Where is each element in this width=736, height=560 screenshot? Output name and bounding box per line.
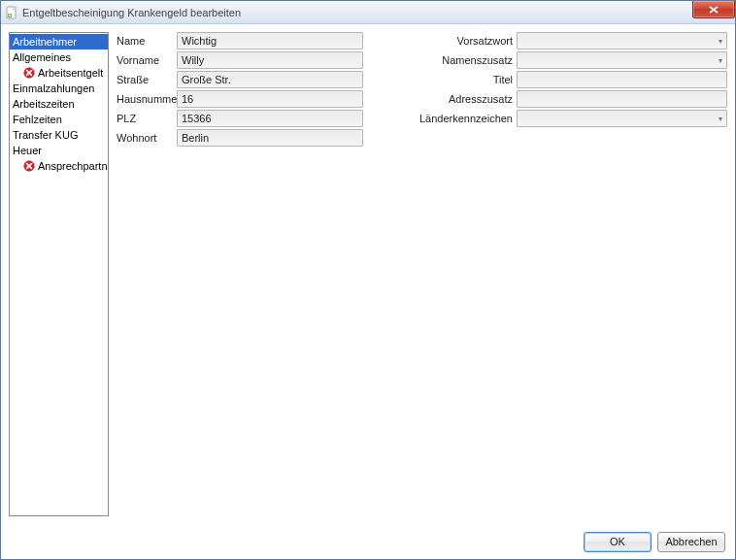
close-icon xyxy=(709,6,719,14)
sidebar-item-label: Arbeitszeiten xyxy=(13,97,75,111)
form-left-column: Name Wichtig Vorname Willy Straße Große … xyxy=(117,32,363,516)
label-titel: Titel xyxy=(390,74,517,85)
error-icon xyxy=(23,160,35,172)
input-wohnort[interactable]: Berlin xyxy=(177,129,363,147)
form-right-column: Vorsatzwort ▾ Namenszusatz ▾ Titel Adres… xyxy=(390,32,727,516)
sidebar-item-7[interactable]: Heuer xyxy=(10,143,108,158)
input-hausnummer[interactable]: 16 xyxy=(177,90,363,108)
row-adresszusatz: Adresszusatz xyxy=(390,90,727,108)
sidebar-item-label: Arbeitsentgelt xyxy=(38,66,103,80)
sidebar-item-4[interactable]: Arbeitszeiten xyxy=(10,96,108,112)
sidebar-item-5[interactable]: Fehlzeiten xyxy=(10,112,108,127)
error-icon xyxy=(23,67,35,79)
label-namenszusatz: Namenszusatz xyxy=(390,54,517,66)
sidebar-item-2[interactable]: Arbeitsentgelt xyxy=(10,65,108,81)
titlebar: Entgeltbescheinigung Krankengeld bearbei… xyxy=(1,1,735,24)
input-adresszusatz[interactable] xyxy=(517,90,727,108)
row-laenderkennzeichen: Länderkennzeichen ▾ xyxy=(390,110,727,127)
combo-laenderkennzeichen[interactable]: ▾ xyxy=(517,110,727,127)
sidebar-item-label: Heuer xyxy=(13,144,42,157)
sidebar-item-1[interactable]: Allgemeines xyxy=(10,49,108,65)
sidebar-item-6[interactable]: Transfer KUG xyxy=(10,127,108,143)
row-vorname: Vorname Willy xyxy=(117,51,363,69)
ok-button[interactable]: OK xyxy=(584,532,652,552)
row-name: Name Wichtig xyxy=(117,32,363,49)
sidebar-item-label: Transfer KUG xyxy=(13,128,78,142)
label-vorname: Vorname xyxy=(117,54,177,66)
row-plz: PLZ 15366 xyxy=(117,110,363,127)
combo-vorsatzwort[interactable]: ▾ xyxy=(517,32,727,49)
chevron-down-icon: ▾ xyxy=(717,56,724,65)
sidebar-item-label: Fehlzeiten xyxy=(13,113,62,126)
row-titel: Titel xyxy=(390,71,727,88)
row-hausnummer: Hausnummer 16 xyxy=(117,90,363,108)
sidebar: ArbeitnehmerAllgemeinesArbeitsentgeltEin… xyxy=(9,32,109,516)
sidebar-item-label: Ansprechpartner xyxy=(38,159,109,173)
footer: OK Abbrechen xyxy=(1,524,735,559)
input-plz[interactable]: 15366 xyxy=(177,110,363,127)
input-vorname[interactable]: Willy xyxy=(177,51,363,69)
sidebar-item-label: Arbeitnehmer xyxy=(13,35,77,49)
label-hausnummer: Hausnummer xyxy=(117,93,177,105)
label-adresszusatz: Adresszusatz xyxy=(390,93,517,105)
sidebar-item-8[interactable]: Ansprechpartner xyxy=(10,158,108,174)
sidebar-item-0[interactable]: Arbeitnehmer xyxy=(10,34,108,49)
app-icon xyxy=(5,6,18,19)
row-namenszusatz: Namenszusatz ▾ xyxy=(390,51,727,69)
input-titel[interactable] xyxy=(517,71,727,88)
cancel-button[interactable]: Abbrechen xyxy=(657,532,725,552)
row-strasse: Straße Große Str. xyxy=(117,71,363,88)
main-form: Name Wichtig Vorname Willy Straße Große … xyxy=(117,32,727,516)
combo-namenszusatz[interactable]: ▾ xyxy=(517,51,727,69)
row-wohnort: Wohnort Berlin xyxy=(117,129,363,147)
close-button[interactable] xyxy=(692,1,735,18)
input-strasse[interactable]: Große Str. xyxy=(177,71,363,88)
label-name: Name xyxy=(117,35,177,47)
window-title: Entgeltbescheinigung Krankengeld bearbei… xyxy=(22,7,241,18)
label-plz: PLZ xyxy=(117,113,177,124)
row-vorsatzwort: Vorsatzwort ▾ xyxy=(390,32,727,49)
label-wohnort: Wohnort xyxy=(117,132,177,144)
sidebar-item-label: Allgemeines xyxy=(13,50,71,64)
sidebar-item-label: Einmalzahlungen xyxy=(13,82,94,95)
label-laenderkennzeichen: Länderkennzeichen xyxy=(390,113,517,124)
label-vorsatzwort: Vorsatzwort xyxy=(390,35,517,47)
content-area: ArbeitnehmerAllgemeinesArbeitsentgeltEin… xyxy=(1,24,735,524)
input-name[interactable]: Wichtig xyxy=(177,32,363,49)
sidebar-item-3[interactable]: Einmalzahlungen xyxy=(10,81,108,96)
chevron-down-icon: ▾ xyxy=(717,115,724,123)
label-strasse: Straße xyxy=(117,74,177,85)
chevron-down-icon: ▾ xyxy=(717,37,724,46)
